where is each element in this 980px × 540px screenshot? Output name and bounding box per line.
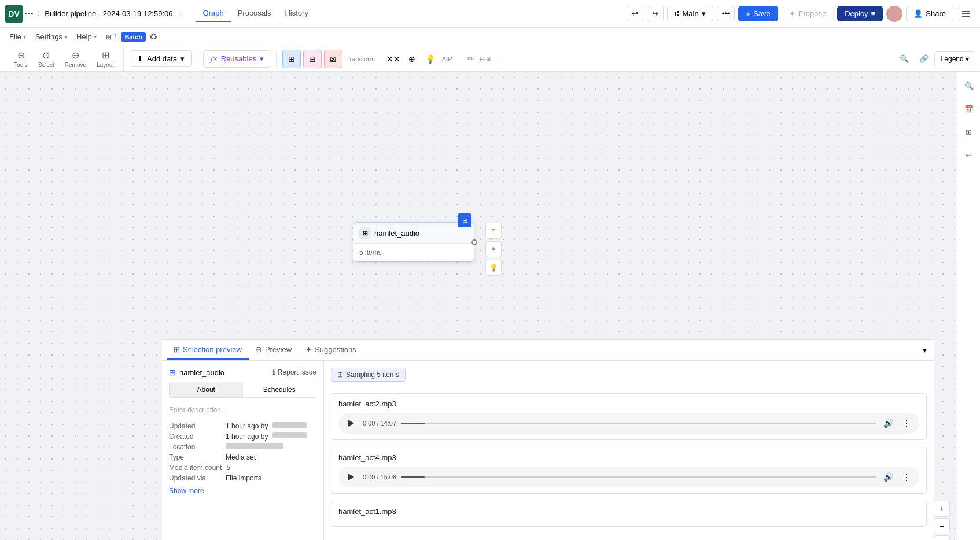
redo-button[interactable]: ↪ — [647, 6, 664, 21]
tab-schedules[interactable]: Schedules — [243, 382, 316, 397]
sidebar-grid-button[interactable]: ⊞ — [960, 123, 978, 141]
zoom-controls: + − ⊡ — [934, 501, 950, 540]
show-more-link[interactable]: Show more — [169, 487, 316, 495]
field-location-value — [226, 443, 283, 449]
tab-proposals[interactable]: Proposals — [231, 5, 278, 22]
collapse-panel-button[interactable]: ▾ — [920, 343, 929, 357]
transform-expand-button[interactable]: ⊞ — [282, 50, 301, 68]
branch-label: Main — [682, 9, 698, 18]
zoom-in-button[interactable]: + — [934, 501, 950, 517]
field-type-label: Type — [169, 453, 221, 461]
field-updated: Updated 1 hour ago by — [169, 422, 316, 430]
tab-selection-icon: ⊞ — [174, 345, 180, 354]
play-triangle-icon-0 — [348, 420, 354, 427]
search-button[interactable]: 🔍 — [895, 50, 913, 68]
node-action-filter[interactable]: ≡ — [485, 223, 502, 239]
sampling-badge[interactable]: ⊞ Sampling 5 items — [331, 368, 406, 382]
canvas-area[interactable]: ⊞ ⊞ hamlet_audio 5 items ≡ ✦ 💡 ✕ Click a… — [0, 72, 957, 540]
sidebar-calendar-button[interactable]: 📅 — [960, 99, 978, 118]
node-action-bulb[interactable]: 💡 — [485, 260, 502, 276]
pointer-tool-button[interactable]: ⊕ Tools — [9, 47, 32, 71]
play-button-0[interactable] — [344, 416, 358, 430]
user-avatar — [886, 6, 902, 22]
add-data-button[interactable]: ⬇ Add data ▾ — [130, 50, 192, 67]
transform-grid-button[interactable]: ⊟ — [303, 50, 322, 68]
dataset-title-text: hamlet_audio — [179, 368, 224, 377]
link-button[interactable]: 🔗 — [915, 50, 933, 68]
topbar-nav: Graph Proposals History — [196, 5, 315, 22]
node-settings-icon[interactable]: ⊞ — [458, 213, 471, 227]
breadcrumb-separator: › — [38, 9, 40, 18]
node-output-port[interactable] — [471, 239, 477, 245]
save-icon: ● — [746, 9, 750, 18]
star-icon[interactable]: ☆ — [178, 9, 185, 18]
tab-history[interactable]: History — [278, 5, 315, 22]
reusables-icon: 𝑓× — [211, 54, 218, 64]
help-menu[interactable]: Help ▾ — [72, 30, 101, 43]
tab-about[interactable]: About — [170, 382, 243, 397]
node-actions: ≡ ✦ 💡 — [485, 223, 502, 276]
aip-label: AIP — [442, 56, 452, 62]
tab-graph[interactable]: Graph — [196, 5, 231, 22]
recycle-icon[interactable]: ♻ — [149, 31, 157, 42]
node-header: ⊞ hamlet_audio — [353, 223, 474, 244]
volume-button-1[interactable]: 🔊 — [881, 470, 895, 484]
sidebar-search-button[interactable]: 🔍 — [960, 76, 978, 95]
zoom-out-button[interactable]: − — [934, 518, 950, 534]
description-field[interactable]: Enter description... — [169, 402, 316, 417]
file-menu[interactable]: File ▾ — [5, 30, 31, 43]
transform-merge-button[interactable]: ⊠ — [324, 50, 342, 68]
layout-tool-button[interactable]: ⊞ Layout — [92, 47, 119, 71]
zoom-fit-button[interactable]: ⊡ — [934, 535, 950, 540]
aip-icon-1[interactable]: ✕✕ — [385, 51, 401, 67]
save-button[interactable]: ● Save — [738, 6, 778, 21]
sidebar-arrow-button[interactable]: ↩ — [960, 146, 978, 164]
field-type-value: Media set — [226, 453, 256, 461]
field-media-count-value: 5 — [226, 464, 230, 472]
report-issue-icon: ℹ — [272, 368, 275, 376]
aip-icon-3[interactable]: 💡 — [422, 51, 439, 67]
node-body: 5 items — [353, 244, 474, 261]
deploy-button[interactable]: Deploy ≡ — [837, 6, 883, 21]
breadcrumb-dots-menu[interactable] — [25, 13, 33, 14]
report-issue-button[interactable]: ℹ Report issue — [272, 368, 316, 376]
progress-bar-0[interactable] — [401, 423, 876, 424]
more-options-button-0[interactable]: ⋮ — [900, 416, 913, 430]
settings-menu[interactable]: Settings ▾ — [31, 30, 72, 43]
sidebar-toggle-button[interactable] — [957, 8, 975, 20]
undo-button[interactable]: ↩ — [627, 6, 643, 21]
tab-preview-icon: ⊕ — [256, 345, 262, 354]
batch-badge[interactable]: Batch — [121, 32, 146, 42]
legend-button[interactable]: Legend ▾ — [934, 51, 975, 66]
bottom-panel-content: ⊞ hamlet_audio ℹ Report issue About Sche… — [162, 361, 934, 540]
aip-icon-2[interactable]: ⊕ — [404, 51, 420, 67]
pointer-icon: ⊕ — [17, 50, 25, 61]
remove-icon: ⊖ — [72, 50, 79, 61]
field-location-label: Location — [169, 443, 221, 451]
tab-preview[interactable]: ⊕ Preview — [249, 341, 299, 360]
dataset-node-hamlet-audio[interactable]: ⊞ ⊞ hamlet_audio 5 items ≡ ✦ 💡 — [353, 222, 474, 262]
edit-pencil-button[interactable]: ✏ — [463, 51, 479, 67]
tab-suggestions[interactable]: ✦ Suggestions — [299, 341, 363, 360]
audio-player-0: 0:00 / 14:07 🔊 ⋮ — [338, 413, 919, 434]
reusables-button[interactable]: 𝑓× Reusables ▾ — [203, 50, 271, 68]
volume-button-0[interactable]: 🔊 — [881, 416, 895, 430]
play-button-1[interactable] — [344, 470, 358, 484]
field-updated-via: Updated via File imports — [169, 474, 316, 482]
sidebar-icon — [962, 11, 970, 17]
more-options-button-1[interactable]: ⋮ — [900, 470, 913, 484]
info-tabs: About Schedules — [169, 382, 316, 398]
progress-bar-1[interactable] — [401, 476, 876, 478]
select-tool-button[interactable]: ⊙ Select — [34, 47, 59, 71]
propose-button[interactable]: ✦ Propose — [782, 6, 834, 21]
share-button[interactable]: 👤 Share — [906, 6, 953, 21]
main-branch-button[interactable]: ⑆ Main ▾ — [667, 6, 713, 21]
audio-filename-1: hamlet_act4.mp3 — [338, 453, 919, 462]
more-options-button[interactable]: ••• — [717, 6, 735, 21]
node-action-sparkle[interactable]: ✦ — [485, 241, 502, 257]
play-triangle-icon-1 — [348, 474, 354, 480]
remove-tool-button[interactable]: ⊖ Remove — [60, 47, 91, 71]
tools-group: ⊕ Tools ⊙ Select ⊖ Remove ⊞ Layout — [5, 47, 124, 71]
transform-group: ⊞ ⊟ ⊠ Transform — [278, 50, 380, 68]
tab-selection-preview[interactable]: ⊞ Selection preview — [167, 341, 249, 360]
